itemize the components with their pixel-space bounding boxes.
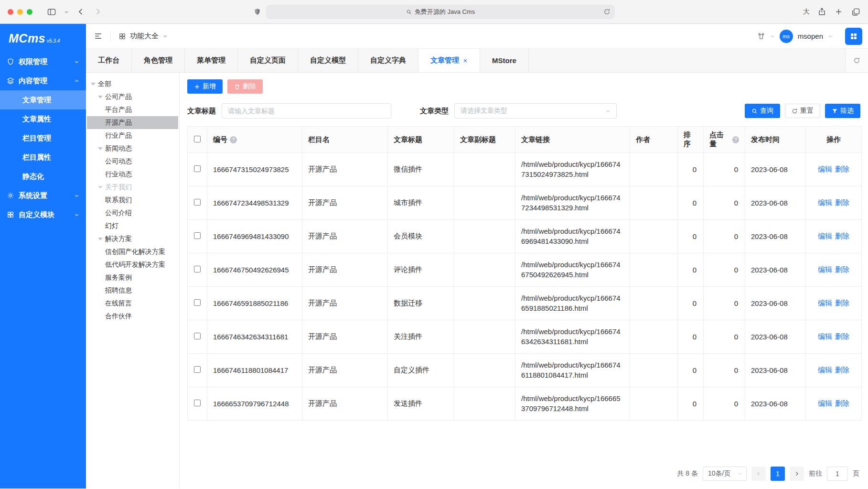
sidebar-item-column-manage[interactable]: 栏目管理 xyxy=(0,129,86,148)
tree-item-platform-products[interactable]: 平台产品 xyxy=(87,103,178,116)
tree-item-industry-news[interactable]: 行业动态 xyxy=(87,168,178,181)
refresh-tab-icon[interactable] xyxy=(845,49,868,72)
tab-custom-dict[interactable]: 自定义字典 xyxy=(358,49,418,72)
caret-icon[interactable] xyxy=(98,147,103,150)
tree-item-solutions[interactable]: 解决方案 xyxy=(87,232,178,245)
tab-menu-manage[interactable]: 菜单管理 xyxy=(185,49,238,72)
tree-item-online-message[interactable]: 在线留言 xyxy=(87,297,178,310)
chevron-down-icon[interactable] xyxy=(828,34,833,39)
edit-link[interactable]: 编辑 xyxy=(818,332,832,340)
tab-workbench[interactable]: 工作台 xyxy=(86,49,132,72)
row-checkbox[interactable] xyxy=(194,333,201,339)
row-checkbox[interactable] xyxy=(194,366,201,373)
tree-item-news[interactable]: 新闻动态 xyxy=(87,142,178,155)
sidebar-item-system-settings[interactable]: 系统设置 xyxy=(0,186,86,205)
tree-item-all[interactable]: 全部 xyxy=(87,77,178,90)
edit-link[interactable]: 编辑 xyxy=(818,366,832,374)
tree-item-xinchuang-solution[interactable]: 信创国产化解决方案 xyxy=(87,245,178,258)
avatar[interactable]: ms xyxy=(780,30,793,43)
search-button[interactable]: 查询 xyxy=(745,104,780,118)
article-title-input[interactable] xyxy=(222,103,391,119)
caret-icon[interactable] xyxy=(98,186,103,189)
tree-item-industry-products[interactable]: 行业产品 xyxy=(87,129,178,142)
next-page-button[interactable] xyxy=(790,467,804,481)
zoom-window-button[interactable] xyxy=(27,9,32,15)
row-checkbox[interactable] xyxy=(194,232,201,239)
address-bar[interactable]: 免费开源的 Java Cms xyxy=(266,5,615,19)
row-checkbox[interactable] xyxy=(194,266,201,272)
apps-launcher-button[interactable] xyxy=(845,28,862,45)
tree-item-company-products[interactable]: 公司产品 xyxy=(87,90,178,103)
tree-item-service-cases[interactable]: 服务案例 xyxy=(87,271,178,284)
delete-link[interactable]: 删除 xyxy=(835,366,849,374)
delete-link[interactable]: 删除 xyxy=(835,198,849,206)
sidebar-chevron-icon[interactable] xyxy=(64,10,69,14)
sidebar-item-custom-module[interactable]: 自定义模块 xyxy=(0,205,86,224)
row-checkbox[interactable] xyxy=(194,400,201,406)
tab-custom-model[interactable]: 自定义模型 xyxy=(298,49,358,72)
help-icon[interactable] xyxy=(732,136,739,143)
sidebar-item-article-manage[interactable]: 文章管理 xyxy=(0,90,86,109)
sidebar-item-static[interactable]: 静态化 xyxy=(0,167,86,186)
edit-link[interactable]: 编辑 xyxy=(818,232,832,240)
tab-role-manage[interactable]: 角色管理 xyxy=(132,49,185,72)
goto-page-input[interactable] xyxy=(827,467,848,481)
select-all-checkbox[interactable] xyxy=(194,136,201,142)
tree-item-recruitment[interactable]: 招聘信息 xyxy=(87,284,178,297)
browser-sidebar-toggle-icon[interactable] xyxy=(47,7,56,17)
tab-custom-page[interactable]: 自定义页面 xyxy=(238,49,298,72)
reset-button[interactable]: 重置 xyxy=(785,104,820,118)
collapse-menu-icon[interactable] xyxy=(94,32,103,41)
close-window-button[interactable] xyxy=(8,9,13,15)
add-button[interactable]: 新增 xyxy=(187,79,223,94)
page-size-select[interactable]: 10条/页 xyxy=(703,467,747,481)
tree-item-slides[interactable]: 幻灯 xyxy=(87,219,178,232)
minimize-window-button[interactable] xyxy=(17,9,23,15)
delete-link[interactable]: 删除 xyxy=(835,232,849,240)
tree-item-company-intro[interactable]: 公司介绍 xyxy=(87,206,178,219)
forward-icon[interactable] xyxy=(93,7,102,16)
article-type-select[interactable]: 请选择文章类型 xyxy=(454,103,617,119)
edit-link[interactable]: 编辑 xyxy=(818,299,832,307)
edit-link[interactable]: 编辑 xyxy=(818,165,832,173)
tree-item-lowcode-solution[interactable]: 低代码开发解决方案 xyxy=(87,258,178,271)
tree-item-opensource-products[interactable]: 开源产品 xyxy=(87,116,178,129)
edit-link[interactable]: 编辑 xyxy=(818,399,832,407)
delete-button[interactable]: 删除 xyxy=(227,79,263,94)
share-icon[interactable] xyxy=(817,7,826,16)
chevron-down-icon[interactable] xyxy=(770,34,775,39)
row-checkbox[interactable] xyxy=(194,299,201,306)
caret-icon[interactable] xyxy=(91,83,96,86)
delete-link[interactable]: 删除 xyxy=(835,399,849,407)
reload-icon[interactable] xyxy=(603,8,611,15)
delete-link[interactable]: 删除 xyxy=(835,165,849,173)
filter-button[interactable]: 筛选 xyxy=(825,104,860,118)
text-size-icon[interactable]: 大 xyxy=(803,8,810,16)
page-number-1[interactable]: 1 xyxy=(771,467,785,481)
sidebar-item-content[interactable]: 内容管理 xyxy=(0,71,86,90)
sidebar-item-article-attr[interactable]: 文章属性 xyxy=(0,109,86,129)
theme-skin-icon[interactable] xyxy=(757,32,765,40)
delete-link[interactable]: 删除 xyxy=(835,299,849,307)
tab-mstore[interactable]: MStore xyxy=(480,49,529,72)
delete-link[interactable]: 删除 xyxy=(835,332,849,340)
tree-item-company-news[interactable]: 公司动态 xyxy=(87,155,178,168)
new-tab-icon[interactable] xyxy=(834,7,843,16)
delete-link[interactable]: 删除 xyxy=(835,265,849,273)
caret-icon[interactable] xyxy=(98,238,103,240)
sidebar-item-column-attr[interactable]: 栏目属性 xyxy=(0,148,86,167)
tree-item-about-us[interactable]: 关于我们 xyxy=(87,181,178,194)
tab-article-manage[interactable]: 文章管理 xyxy=(418,49,480,72)
row-checkbox[interactable] xyxy=(194,165,201,172)
prev-page-button[interactable] xyxy=(751,467,766,481)
caret-icon[interactable] xyxy=(98,96,103,98)
help-icon[interactable] xyxy=(230,136,237,143)
edit-link[interactable]: 编辑 xyxy=(818,198,832,206)
edit-link[interactable]: 编辑 xyxy=(818,265,832,273)
tab-overview-icon[interactable] xyxy=(851,7,860,17)
row-checkbox[interactable] xyxy=(194,199,201,206)
sidebar-item-permission[interactable]: 权限管理 xyxy=(0,52,86,71)
back-icon[interactable] xyxy=(76,7,86,16)
tree-item-partners[interactable]: 合作伙伴 xyxy=(87,310,178,323)
feature-menu-trigger[interactable]: 功能大全 xyxy=(118,32,168,41)
